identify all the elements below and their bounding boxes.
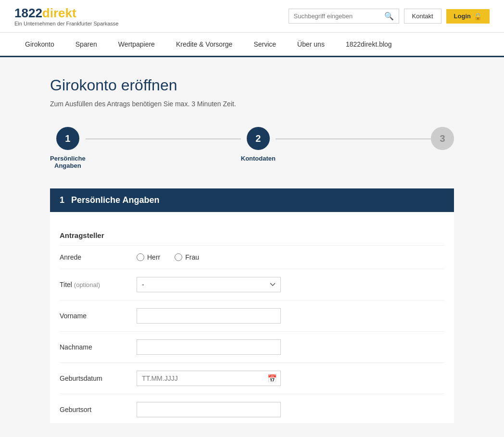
step-connector-1 <box>86 138 241 139</box>
lock-icon: 🔒 <box>474 12 482 20</box>
step-3: 3 <box>431 127 454 150</box>
nav-item-ueber-uns[interactable]: Über uns <box>287 33 335 56</box>
nav-item-girokonto[interactable]: Girokonto <box>14 33 65 56</box>
section-1-number: 1 <box>60 195 64 205</box>
geburtsort-input[interactable] <box>137 402 281 417</box>
frau-radio-label[interactable]: Frau <box>175 253 199 261</box>
logo-subtitle: Ein Unternehmen der Frankfurter Sparkass… <box>14 21 118 26</box>
divider-3 <box>60 300 444 300</box>
search-box[interactable]: 🔍 <box>289 9 399 24</box>
logo-1822: 1822 <box>14 6 42 20</box>
step-3-circle: 3 <box>431 127 454 150</box>
divider-2 <box>60 269 444 269</box>
frau-radio[interactable] <box>175 253 182 261</box>
logo: 1822direkt Ein Unternehmen der Frankfurt… <box>14 6 118 26</box>
form-section-1: 1 Persönliche Angaben Antragsteller Anre… <box>50 188 454 423</box>
main-content: Girokonto eröffnen Zum Ausfüllen des Ant… <box>36 57 468 437</box>
divider-5 <box>60 362 444 363</box>
herr-radio[interactable] <box>137 253 144 261</box>
anrede-row: Anrede Herr Frau <box>50 248 454 267</box>
step-connector-2 <box>276 138 431 139</box>
section-1-title: Persönliche Angaben <box>71 195 159 205</box>
nachname-label: Nachname <box>60 343 127 351</box>
logo-direkt: direkt <box>42 6 76 20</box>
herr-radio-label[interactable]: Herr <box>137 253 160 261</box>
page-subtitle: Zum Ausfüllen des Antrags benötigen Sie … <box>50 100 454 108</box>
nachname-input[interactable] <box>137 339 281 355</box>
step-2-label: Kontodaten <box>241 155 276 162</box>
anrede-radio-group: Herr Frau <box>137 253 281 261</box>
page-title: Girokonto eröffnen <box>50 76 454 94</box>
kontakt-button[interactable]: Kontakt <box>404 9 441 24</box>
nachname-control <box>137 339 281 355</box>
step-1-label: PersönlicheAngaben <box>50 155 86 169</box>
vorname-input[interactable] <box>137 308 281 324</box>
section-1-header: 1 Persönliche Angaben <box>50 188 454 212</box>
geburtsdatum-control: 📅 <box>137 371 281 386</box>
geburtsdatum-input[interactable] <box>137 371 281 386</box>
titel-control: - Dr. Prof. Prof. Dr. Dipl.-Ing. Mag. <box>137 277 281 292</box>
frau-label: Frau <box>185 253 199 261</box>
step-2: 2 Kontodaten <box>241 127 276 162</box>
vorname-row: Vorname <box>50 302 454 329</box>
nav-item-wertpapiere[interactable]: Wertpapiere <box>108 33 165 56</box>
nav-item-kredite[interactable]: Kredite & Vorsorge <box>165 33 243 56</box>
anrede-label: Anrede <box>60 253 127 261</box>
nav-list: Girokonto Sparen Wertpapiere Kredite & V… <box>14 33 490 56</box>
progress-steps: 1 PersönlicheAngaben 2 Kontodaten 3 <box>50 127 454 169</box>
geburtsort-control <box>137 402 281 417</box>
site-header: 1822direkt Ein Unternehmen der Frankfurt… <box>0 0 504 33</box>
geburtsdatum-row: Geburtsdatum 📅 <box>50 365 454 392</box>
geburtsort-label: Geburtsort <box>60 406 127 413</box>
step-2-circle: 2 <box>247 127 270 150</box>
geburtsdatum-label: Geburtsdatum <box>60 375 127 382</box>
vorname-control <box>137 308 281 324</box>
divider-1 <box>60 245 444 246</box>
nachname-row: Nachname <box>50 334 454 361</box>
nav-item-sparen[interactable]: Sparen <box>65 33 108 56</box>
login-button[interactable]: Login 🔒 <box>446 9 490 24</box>
nav-item-blog[interactable]: 1822direkt.blog <box>335 33 403 56</box>
step-1: 1 PersönlicheAngaben <box>50 127 86 169</box>
date-wrapper: 📅 <box>137 371 281 386</box>
titel-select[interactable]: - Dr. Prof. Prof. Dr. Dipl.-Ing. Mag. <box>137 277 281 292</box>
vorname-label: Vorname <box>60 312 127 320</box>
search-button[interactable]: 🔍 <box>384 12 394 21</box>
main-nav: Girokonto Sparen Wertpapiere Kredite & V… <box>0 33 504 57</box>
titel-row: Titel (optional) - Dr. Prof. Prof. Dr. D… <box>50 271 454 298</box>
header-actions: 🔍 Kontakt Login 🔒 <box>289 9 490 24</box>
antragsteller-label: Antragsteller <box>50 224 454 243</box>
divider-6 <box>60 394 444 394</box>
geburtsort-row: Geburtsort <box>50 396 454 423</box>
titel-optional: (optional) <box>74 281 100 288</box>
herr-label: Herr <box>147 253 160 261</box>
nav-item-service[interactable]: Service <box>243 33 287 56</box>
titel-label: Titel (optional) <box>60 281 127 288</box>
step-1-circle: 1 <box>56 127 79 150</box>
divider-4 <box>60 331 444 332</box>
search-input[interactable] <box>294 12 384 20</box>
